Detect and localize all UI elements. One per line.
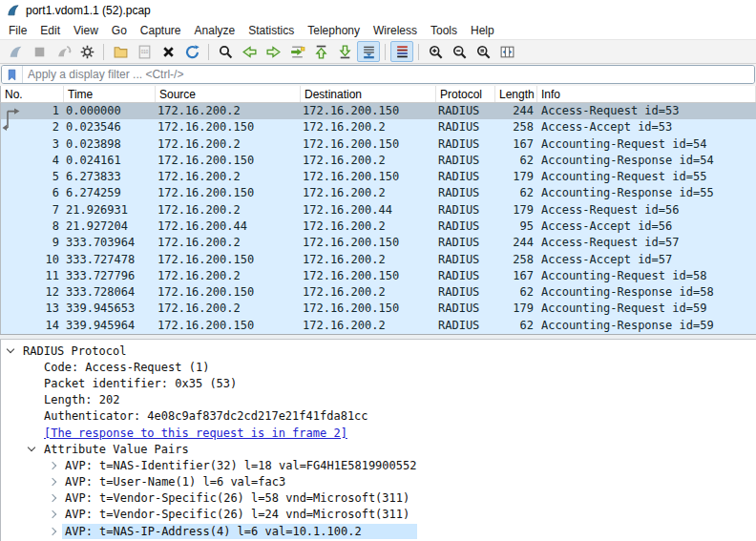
open-file-icon	[113, 44, 129, 60]
column-header-source[interactable]: Source	[156, 86, 301, 102]
cell-no: 8	[1, 218, 64, 235]
zoom-out-button[interactable]	[448, 41, 471, 62]
cell-proto: RADIUS	[436, 284, 495, 301]
menu-file[interactable]: File	[2, 22, 33, 39]
expander-spacer	[25, 361, 38, 374]
packet-list: 10.000000172.16.200.2172.16.200.150RADIU…	[0, 103, 756, 334]
zoom-reset-button[interactable]	[472, 41, 494, 62]
go-to-packet-button[interactable]	[285, 41, 308, 62]
close-file-button[interactable]	[157, 41, 179, 62]
colorize-button[interactable]	[390, 41, 413, 62]
frame-link[interactable]: [The response to this request is in fram…	[41, 426, 350, 441]
packet-row-8[interactable]: 821.927204172.16.200.44172.16.200.2RADIU…	[1, 218, 756, 235]
auto-scroll-button[interactable]	[357, 41, 380, 62]
chevron-down-icon[interactable]	[4, 344, 17, 358]
detail-line-1[interactable]: Code: Access-Request (1)	[1, 359, 756, 375]
cell-src: 172.16.200.150	[156, 119, 301, 135]
go-to-last-button[interactable]	[333, 41, 356, 62]
packet-row-1[interactable]: 10.000000172.16.200.2172.16.200.150RADIU…	[1, 103, 756, 119]
packet-row-6[interactable]: 66.274259172.16.200.150172.16.200.2RADIU…	[1, 185, 756, 201]
stop-capture-button	[28, 41, 51, 62]
detail-line-6[interactable]: Attribute Value Pairs	[1, 441, 756, 457]
menu-go[interactable]: Go	[105, 22, 134, 39]
cell-info: Access-Request id=56	[537, 202, 756, 218]
chevron-down-icon[interactable]	[25, 443, 38, 456]
menu-capture[interactable]: Capture	[134, 22, 188, 39]
packet-row-2[interactable]: 20.023546172.16.200.150172.16.200.2RADIU…	[1, 119, 756, 135]
display-filter-input[interactable]	[23, 66, 754, 83]
cell-src: 172.16.200.2	[156, 202, 301, 218]
cell-info: Accounting-Request id=59	[537, 301, 756, 317]
packet-row-12[interactable]: 12333.728064172.16.200.150172.16.200.2RA…	[1, 284, 756, 301]
detail-text: RADIUS Protocol	[20, 343, 129, 359]
detail-line-11[interactable]: AVP: t=NAS-IP-Address(4) l=6 val=10.1.10…	[1, 523, 756, 539]
packet-list-header: No.TimeSourceDestinationProtocolLengthIn…	[0, 86, 756, 103]
packet-row-3[interactable]: 30.023898172.16.200.2172.16.200.150RADIU…	[1, 136, 756, 153]
packet-row-11[interactable]: 11333.727796172.16.200.2172.16.200.150RA…	[1, 268, 756, 284]
cell-time: 0.023546	[64, 119, 156, 135]
chevron-right-icon[interactable]	[46, 525, 59, 538]
packet-row-10[interactable]: 10333.727478172.16.200.150172.16.200.2RA…	[1, 252, 756, 268]
detail-line-2[interactable]: Packet identifier: 0x35 (53)	[1, 375, 756, 391]
cell-proto: RADIUS	[436, 252, 495, 268]
packet-row-5[interactable]: 56.273833172.16.200.2172.16.200.150RADIU…	[1, 169, 756, 185]
packet-row-9[interactable]: 9333.703964172.16.200.2172.16.200.150RAD…	[1, 235, 756, 251]
detail-line-7[interactable]: AVP: t=NAS-Identifier(32) l=18 val=FG4H1…	[1, 457, 756, 473]
cell-dst: 172.16.200.2	[301, 185, 436, 201]
column-header-protocol[interactable]: Protocol	[436, 86, 495, 102]
cell-time: 0.000000	[64, 103, 156, 119]
packet-row-4[interactable]: 40.024161172.16.200.150172.16.200.2RADIU…	[1, 153, 756, 169]
packet-row-7[interactable]: 721.926931172.16.200.2172.16.200.44RADIU…	[1, 202, 756, 218]
menu-statistics[interactable]: Statistics	[242, 22, 301, 39]
column-header-destination[interactable]: Destination	[301, 86, 436, 102]
menu-telephony[interactable]: Telephony	[301, 22, 367, 39]
chevron-right-icon[interactable]	[46, 508, 59, 521]
column-header-info[interactable]: Info	[537, 86, 756, 102]
cell-src: 172.16.200.44	[156, 218, 301, 235]
chevron-right-icon[interactable]	[46, 491, 59, 505]
detail-line-5[interactable]: [The response to this request is in fram…	[1, 425, 756, 441]
display-filter	[1, 65, 755, 84]
go-back-button[interactable]	[238, 41, 261, 62]
chevron-right-icon[interactable]	[46, 459, 59, 472]
cell-dst: 172.16.200.2	[301, 153, 436, 169]
reload-file-button[interactable]	[180, 41, 203, 62]
cell-info: Accounting-Response id=58	[537, 284, 756, 301]
go-to-first-button[interactable]	[309, 41, 332, 62]
menu-analyze[interactable]: Analyze	[188, 22, 242, 39]
detail-line-8[interactable]: AVP: t=User-Name(1) l=6 val=fac3	[1, 474, 756, 490]
cell-no: 7	[1, 202, 64, 218]
packet-row-13[interactable]: 13339.945653172.16.200.2172.16.200.150RA…	[1, 301, 756, 317]
detail-line-10[interactable]: AVP: t=Vendor-Specific(26) l=24 vnd=Micr…	[1, 507, 756, 523]
menu-edit[interactable]: Edit	[33, 22, 67, 39]
zoom-in-button[interactable]	[424, 41, 447, 62]
chevron-right-icon[interactable]	[46, 475, 59, 489]
cell-len: 95	[495, 218, 537, 235]
column-header-no[interactable]: No.	[1, 86, 64, 102]
cell-dst: 172.16.200.2	[301, 284, 436, 301]
cell-dst: 172.16.200.2	[301, 119, 436, 135]
bookmark-icon[interactable]	[2, 66, 23, 83]
menu-view[interactable]: View	[67, 22, 105, 39]
cell-src: 172.16.200.150	[156, 185, 301, 201]
menu-wireless[interactable]: Wireless	[367, 22, 424, 39]
detail-line-3[interactable]: Length: 202	[1, 392, 756, 408]
column-header-time[interactable]: Time	[64, 86, 156, 102]
detail-text: Attribute Value Pairs	[41, 442, 192, 457]
cell-len: 244	[495, 235, 537, 251]
resize-columns-button[interactable]	[495, 41, 518, 62]
column-header-length[interactable]: Length	[495, 86, 537, 102]
cell-info: Accounting-Response id=59	[537, 318, 756, 334]
capture-options-button[interactable]	[75, 41, 98, 62]
open-file-button[interactable]	[109, 41, 132, 62]
menu-help[interactable]: Help	[464, 22, 501, 39]
menu-tools[interactable]: Tools	[424, 22, 464, 39]
packet-row-14[interactable]: 14339.945964172.16.200.150172.16.200.2RA…	[1, 318, 756, 334]
detail-line-4[interactable]: Authenticator: 4e08c9af837dc2cd217e21f41…	[1, 408, 756, 425]
restart-capture-button	[52, 41, 74, 62]
go-forward-button[interactable]	[262, 41, 284, 62]
detail-line-9[interactable]: AVP: t=Vendor-Specific(26) l=58 vnd=Micr…	[1, 490, 756, 507]
cell-info: Accounting-Request id=54	[537, 136, 756, 153]
find-packet-button[interactable]	[214, 41, 237, 62]
detail-line-0[interactable]: RADIUS Protocol	[1, 343, 756, 359]
